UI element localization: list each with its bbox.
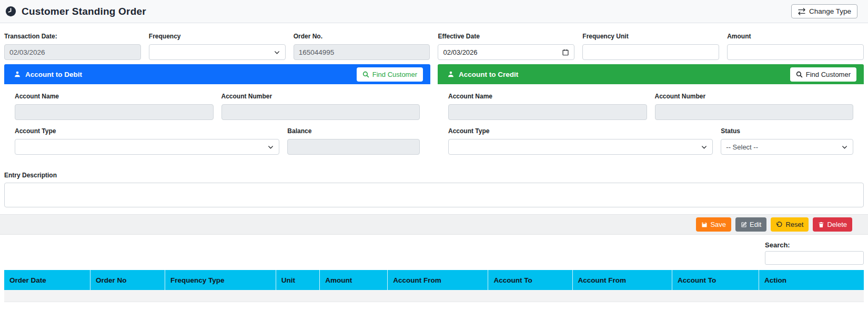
col-account-from-2[interactable]: Account From (572, 270, 672, 290)
effective-date-label: Effective Date (438, 33, 574, 40)
col-account-to-2[interactable]: Account To (672, 270, 759, 290)
debit-account-number-label: Account Number (221, 93, 420, 100)
credit-account-type-select[interactable] (448, 139, 713, 155)
debit-balance-input (287, 139, 420, 155)
col-unit[interactable]: Unit (276, 270, 319, 290)
clock-icon (5, 6, 16, 17)
frequency-unit-label: Frequency Unit (582, 33, 719, 40)
debit-account-type-label: Account Type (15, 127, 279, 135)
chevron-down-icon (841, 144, 848, 151)
delete-button[interactable]: Delete (813, 217, 852, 232)
chevron-down-icon (701, 144, 708, 151)
credit-account-type-label: Account Type (448, 127, 713, 135)
credit-account-name-input (448, 104, 647, 120)
reset-button[interactable]: Reset (771, 217, 809, 232)
effective-date-value: 02/03/2026 (443, 48, 477, 56)
credit-find-customer-button[interactable]: Find Customer (790, 67, 856, 82)
transaction-date-label: Transaction Date: (4, 33, 141, 40)
credit-account-name-label: Account Name (448, 93, 647, 100)
trash-icon (818, 222, 824, 228)
search-label: Search: (765, 241, 864, 249)
transaction-date-input (4, 44, 141, 60)
frequency-select[interactable] (149, 44, 286, 60)
person-icon (447, 71, 455, 78)
save-button[interactable]: Save (696, 217, 731, 232)
table-search-area: Search: (0, 235, 868, 265)
table-header-row: Order Date Order No Frequency Type Unit … (4, 270, 864, 290)
calendar-icon[interactable] (562, 48, 569, 56)
frequency-label: Frequency (149, 33, 286, 40)
chevron-down-icon (267, 144, 274, 151)
col-account-to-1[interactable]: Account To (488, 270, 572, 290)
edit-icon (741, 222, 747, 228)
edit-button[interactable]: Edit (735, 217, 766, 232)
action-toolbar: Save Edit Reset Delete (0, 214, 868, 235)
debit-balance-label: Balance (287, 127, 420, 135)
reset-undo-icon (776, 221, 783, 228)
debit-find-customer-label: Find Customer (372, 71, 417, 78)
frequency-unit-input[interactable] (582, 44, 719, 60)
col-amount[interactable]: Amount (320, 270, 388, 290)
standing-orders-table: Order Date Order No Frequency Type Unit … (0, 265, 868, 302)
debit-account-name-label: Account Name (15, 93, 214, 100)
credit-find-customer-label: Find Customer (806, 71, 851, 78)
change-type-button[interactable]: Change Type (791, 4, 857, 18)
amount-input[interactable] (727, 44, 864, 60)
account-to-debit-panel: Account to Debit Find Customer Account N… (4, 64, 430, 165)
change-type-label: Change Type (809, 7, 851, 15)
col-action[interactable]: Action (759, 270, 864, 290)
credit-account-number-label: Account Number (655, 93, 854, 100)
swap-arrows-icon (798, 8, 806, 15)
order-form-row: Transaction Date: Frequency Order No. Ef… (4, 33, 864, 60)
col-order-no[interactable]: Order No (90, 270, 165, 290)
debit-panel-title: Account to Debit (25, 71, 82, 78)
col-frequency-type[interactable]: Frequency Type (165, 270, 276, 290)
effective-date-input[interactable]: 02/03/2026 (438, 44, 574, 60)
edit-label: Edit (750, 221, 761, 228)
search-icon (362, 71, 369, 78)
debit-account-name-input (15, 104, 214, 120)
delete-label: Delete (827, 221, 847, 228)
credit-account-number-input (655, 104, 854, 120)
top-bar: Customer Standing Order Change Type (0, 0, 868, 23)
order-no-label: Order No. (294, 33, 430, 40)
credit-status-label: Status (721, 127, 853, 135)
search-input[interactable] (765, 251, 864, 265)
credit-status-value: -- Select -- (726, 143, 758, 151)
save-icon (701, 222, 708, 228)
entry-description-label: Entry Description (4, 172, 864, 179)
search-icon (796, 71, 803, 78)
chevron-down-icon (274, 49, 280, 56)
credit-panel-title: Account to Credit (459, 71, 518, 78)
debit-account-type-select[interactable] (15, 139, 279, 155)
col-order-date[interactable]: Order Date (4, 270, 90, 290)
credit-status-select[interactable]: -- Select -- (721, 139, 853, 155)
page-title: Customer Standing Order (22, 6, 146, 17)
account-to-credit-panel: Account to Credit Find Customer Account … (438, 64, 864, 165)
debit-find-customer-button[interactable]: Find Customer (357, 67, 423, 82)
debit-account-number-input (221, 104, 420, 120)
amount-label: Amount (727, 33, 864, 40)
order-no-input (294, 44, 430, 60)
save-label: Save (710, 221, 726, 228)
person-icon (14, 71, 21, 78)
col-account-from-1[interactable]: Account From (388, 270, 488, 290)
reset-label: Reset (785, 221, 803, 228)
entry-description-textarea[interactable] (4, 183, 864, 207)
table-empty-body (4, 290, 864, 302)
